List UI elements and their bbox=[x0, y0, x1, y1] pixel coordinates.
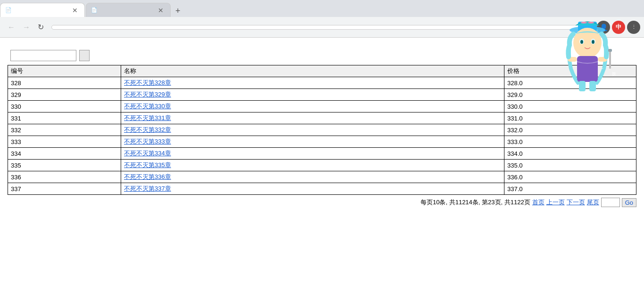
table-row: 336 不死不灭第336章 336.0 bbox=[8, 171, 636, 183]
new-tab-button[interactable]: + bbox=[172, 6, 184, 16]
table-row: 334 不死不灭第334章 334.0 bbox=[8, 148, 636, 160]
china-icon[interactable]: 中 bbox=[612, 21, 625, 34]
cell-name[interactable]: 不死不灭第337章 bbox=[121, 183, 504, 195]
search-button[interactable] bbox=[79, 50, 90, 61]
cell-price: 330.0 bbox=[504, 101, 636, 112]
page-content: 编号 名称 价格 328 不死不灭第328章 328.0 329 不死不灭第32… bbox=[0, 38, 644, 215]
cell-price: 331.0 bbox=[504, 112, 636, 124]
cell-id: 332 bbox=[8, 124, 121, 136]
cell-price: 333.0 bbox=[504, 136, 636, 148]
cell-price: 329.0 bbox=[504, 89, 636, 101]
table-row: 329 不死不灭第329章 329.0 bbox=[8, 89, 636, 101]
pagination: 每页10条, 共11214条, 第23页, 共1122页 首页 上一页 下一页 … bbox=[8, 195, 636, 210]
menu-icon[interactable]: ⋮ bbox=[627, 21, 640, 34]
header-price: 价格 bbox=[504, 65, 636, 77]
cell-price: 336.0 bbox=[504, 171, 636, 183]
table-row: 337 不死不灭第337章 337.0 bbox=[8, 183, 636, 195]
cell-price: 337.0 bbox=[504, 183, 636, 195]
cell-id: 337 bbox=[8, 183, 121, 195]
table-row: 333 不死不灭第333章 333.0 bbox=[8, 136, 636, 148]
search-input[interactable] bbox=[10, 50, 76, 61]
table-row: 332 不死不灭第332章 332.0 bbox=[8, 124, 636, 136]
active-tab[interactable]: 📄 ✕ bbox=[0, 3, 85, 17]
table-row: 330 不死不灭第330章 330.0 bbox=[8, 101, 636, 112]
cell-price: 335.0 bbox=[504, 160, 636, 171]
tab-icon-2: 📄 bbox=[91, 7, 98, 13]
cell-id: 334 bbox=[8, 148, 121, 160]
go-button[interactable]: Go bbox=[622, 198, 636, 207]
first-page-link[interactable]: 首页 bbox=[532, 198, 545, 207]
search-row bbox=[8, 50, 636, 61]
cell-id: 328 bbox=[8, 77, 121, 89]
window-controls bbox=[579, 3, 644, 17]
page-number-input[interactable] bbox=[601, 198, 620, 207]
address-bar[interactable] bbox=[51, 25, 593, 30]
table-row: 328 不死不灭第328章 328.0 bbox=[8, 77, 636, 89]
nav-bar: ← → ↻ 👤 中 ⋮ bbox=[0, 17, 644, 38]
cell-name[interactable]: 不死不灭第334章 bbox=[121, 148, 504, 160]
cell-id: 330 bbox=[8, 101, 121, 112]
cell-id: 333 bbox=[8, 136, 121, 148]
cell-price: 334.0 bbox=[504, 148, 636, 160]
minimize-button[interactable] bbox=[579, 3, 601, 17]
maximize-button[interactable] bbox=[601, 3, 622, 17]
header-id: 编号 bbox=[8, 65, 121, 77]
cell-price: 332.0 bbox=[504, 124, 636, 136]
cell-name[interactable]: 不死不灭第336章 bbox=[121, 171, 504, 183]
table-row: 331 不死不灭第331章 331.0 bbox=[8, 112, 636, 124]
next-page-link[interactable]: 下一页 bbox=[567, 198, 585, 207]
last-page-link[interactable]: 尾页 bbox=[587, 198, 599, 207]
cell-name[interactable]: 不死不灭第335章 bbox=[121, 160, 504, 171]
active-tab-close[interactable]: ✕ bbox=[70, 6, 80, 15]
close-button[interactable] bbox=[622, 3, 644, 17]
cell-name[interactable]: 不死不灭第331章 bbox=[121, 112, 504, 124]
tab-icon: 📄 bbox=[5, 7, 12, 13]
forward-button[interactable]: → bbox=[19, 21, 34, 33]
prev-page-link[interactable]: 上一页 bbox=[546, 198, 565, 207]
cell-name[interactable]: 不死不灭第329章 bbox=[121, 89, 504, 101]
cell-id: 331 bbox=[8, 112, 121, 124]
inactive-tab-close[interactable]: ✕ bbox=[156, 6, 165, 15]
cell-name[interactable]: 不死不灭第330章 bbox=[121, 101, 504, 112]
nav-right: 👤 中 ⋮ bbox=[597, 21, 640, 34]
pagination-info: 每页10条, 共11214条, 第23页, 共1122页 bbox=[421, 198, 530, 207]
cell-price: 328.0 bbox=[504, 77, 636, 89]
inactive-tab[interactable]: 📄 ✕ bbox=[86, 3, 171, 17]
back-button[interactable]: ← bbox=[4, 21, 19, 33]
cell-id: 335 bbox=[8, 160, 121, 171]
cell-id: 336 bbox=[8, 171, 121, 183]
refresh-button[interactable]: ↻ bbox=[34, 21, 48, 33]
cell-name[interactable]: 不死不灭第333章 bbox=[121, 136, 504, 148]
cell-name[interactable]: 不死不灭第332章 bbox=[121, 124, 504, 136]
cell-name[interactable]: 不死不灭第328章 bbox=[121, 77, 504, 89]
cell-id: 329 bbox=[8, 89, 121, 101]
books-table: 编号 名称 价格 328 不死不灭第328章 328.0 329 不死不灭第32… bbox=[8, 65, 636, 195]
account-icon[interactable]: 👤 bbox=[597, 21, 610, 34]
table-header-row: 编号 名称 价格 bbox=[8, 65, 636, 77]
header-name: 名称 bbox=[121, 65, 504, 77]
table-row: 335 不死不灭第335章 335.0 bbox=[8, 160, 636, 171]
